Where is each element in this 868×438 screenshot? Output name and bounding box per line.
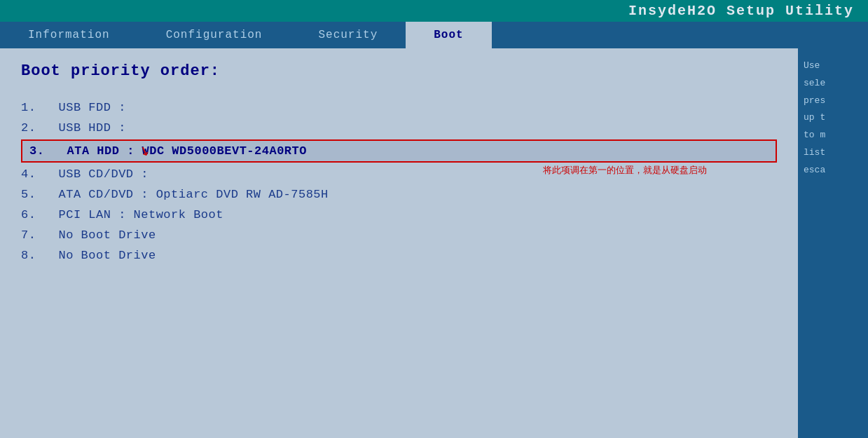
- tab-configuration[interactable]: Configuration: [138, 22, 291, 48]
- main-content: Boot priority order: 1. USB FDD : 2. USB…: [0, 48, 868, 438]
- boot-item-5[interactable]: 5. ATA CD/DVD : Optiarc DVD RW AD-7585H: [21, 184, 777, 205]
- boot-item-3[interactable]: 3. ATA HDD : WDC WD5000BEVT-24A0RTO: [21, 139, 777, 163]
- boot-item-8[interactable]: 8. No Boot Drive: [21, 245, 777, 266]
- tab-boot[interactable]: Boot: [406, 22, 491, 48]
- section-title: Boot priority order:: [21, 62, 777, 80]
- bios-screen: InsydeH2O Setup Utility Information Conf…: [0, 0, 868, 438]
- boot-item-6[interactable]: 6. PCI LAN : Network Boot: [21, 205, 777, 225]
- annotation-text: 将此项调在第一的位置，就是从硬盘启动: [543, 164, 707, 177]
- right-panel: Use sele pres up t to m list esca: [798, 48, 868, 438]
- boot-item-7[interactable]: 7. No Boot Drive: [21, 225, 777, 245]
- tab-bar: Information Configuration Security Boot: [0, 22, 868, 48]
- left-panel: Boot priority order: 1. USB FDD : 2. USB…: [0, 48, 798, 438]
- boot-item-2[interactable]: 2. USB HDD :: [21, 118, 777, 138]
- title-bar: InsydeH2O Setup Utility: [0, 0, 868, 22]
- boot-item-1[interactable]: 1. USB FDD :: [21, 97, 777, 118]
- app-title: InsydeH2O Setup Utility: [628, 3, 854, 19]
- sidebar-line-5: to m: [804, 128, 862, 143]
- sidebar-line-6: list: [804, 146, 862, 160]
- sidebar-line-7: esca: [804, 163, 862, 178]
- tab-information[interactable]: Information: [0, 22, 138, 48]
- tab-security[interactable]: Security: [290, 22, 406, 48]
- boot-list: 1. USB FDD : 2. USB HDD : 3. ATA HDD : W…: [21, 97, 777, 266]
- sidebar-line-1: Use: [804, 59, 862, 74]
- sidebar-line-3: pres: [804, 94, 862, 109]
- sidebar-line-4: up t: [804, 111, 862, 125]
- sidebar-line-2: sele: [804, 76, 862, 91]
